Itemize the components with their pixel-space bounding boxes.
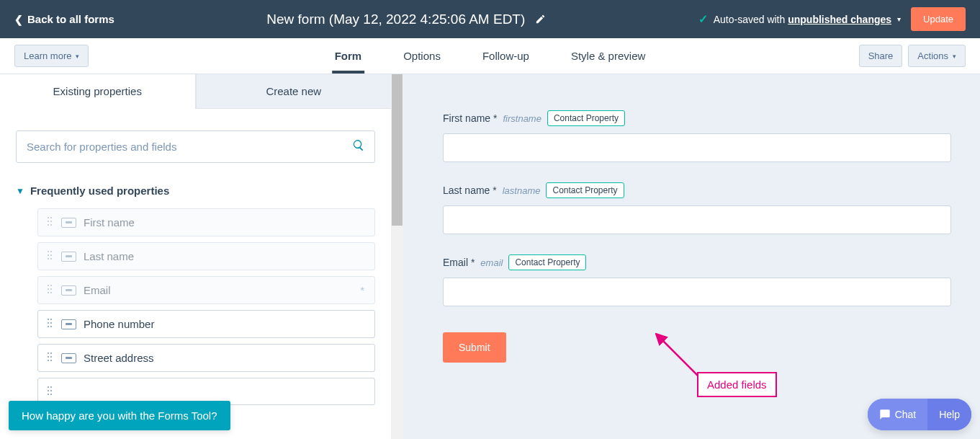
actions-label: Actions xyxy=(917,50,948,61)
learn-more-label: Learn more xyxy=(24,50,71,61)
drag-handle-icon xyxy=(47,250,53,262)
property-email: Email * xyxy=(37,276,375,304)
svg-point-0 xyxy=(48,217,49,218)
autosave-status[interactable]: ✓ Auto-saved with unpublished changes ▾ xyxy=(698,12,901,26)
chevron-down-icon: ▼ xyxy=(16,186,24,196)
property-label: Phone number xyxy=(84,318,154,330)
chat-button[interactable]: Chat xyxy=(868,399,928,430)
svg-point-16 xyxy=(48,292,49,293)
field-label: Last name * xyxy=(443,185,497,196)
submit-button[interactable]: Submit xyxy=(443,332,506,363)
share-button[interactable]: Share xyxy=(859,45,903,67)
property-phone-number[interactable]: Phone number xyxy=(37,310,375,338)
search-input[interactable] xyxy=(16,130,375,163)
tab-options[interactable]: Options xyxy=(400,38,444,74)
autosave-prefix: Auto-saved with xyxy=(714,14,788,25)
chat-label: Chat xyxy=(895,409,917,420)
help-button[interactable]: Help xyxy=(927,399,971,430)
drag-handle-icon xyxy=(47,284,53,296)
svg-point-34 xyxy=(48,394,49,395)
property-label: Street address xyxy=(84,352,154,364)
scrollbar-thumb[interactable] xyxy=(392,74,403,226)
text-field-icon xyxy=(61,285,76,296)
form-title: New form (May 12, 2022 4:25:06 AM EDT) xyxy=(266,12,525,27)
svg-point-19 xyxy=(50,319,52,320)
drag-handle-icon xyxy=(47,318,53,330)
search-icon[interactable] xyxy=(352,138,365,155)
property-label: Last name xyxy=(84,250,134,262)
svg-point-29 xyxy=(50,360,52,361)
drag-handle-icon xyxy=(47,352,53,364)
autosave-link: unpublished changes xyxy=(788,14,891,25)
tab-create-new[interactable]: Create new xyxy=(196,74,392,109)
svg-point-4 xyxy=(48,224,49,226)
svg-point-15 xyxy=(50,288,52,290)
svg-point-32 xyxy=(48,390,49,391)
chevron-left-icon: ❮ xyxy=(14,14,23,25)
field-internal-name: email xyxy=(480,257,503,268)
field-header: Last name * lastname Contact Property xyxy=(443,182,951,198)
svg-point-20 xyxy=(48,322,49,324)
svg-point-6 xyxy=(48,251,49,252)
svg-point-35 xyxy=(50,394,52,395)
required-asterisk: * xyxy=(360,284,366,296)
field-block-lastname[interactable]: Last name * lastname Contact Property xyxy=(443,182,951,234)
caret-down-icon: ▾ xyxy=(953,53,956,60)
property-label: Email xyxy=(84,284,111,296)
svg-point-25 xyxy=(50,352,52,354)
left-panel: Existing properties Create new ▼ Frequen… xyxy=(0,74,391,439)
property-label: First name xyxy=(84,216,135,229)
tab-form[interactable]: Form xyxy=(332,38,365,74)
svg-point-11 xyxy=(50,258,52,260)
help-label: Help xyxy=(939,409,960,420)
field-internal-name: firstname xyxy=(503,113,541,124)
svg-point-33 xyxy=(50,390,52,391)
text-field-icon xyxy=(61,252,76,262)
search-wrap xyxy=(16,130,375,163)
tab-existing-properties[interactable]: Existing properties xyxy=(0,74,196,109)
field-input-lastname[interactable] xyxy=(443,205,951,234)
field-header: First name * firstname Contact Property xyxy=(443,110,951,126)
svg-point-28 xyxy=(48,360,49,361)
actions-button[interactable]: Actions ▾ xyxy=(908,45,966,67)
section-frequently-used[interactable]: ▼ Frequently used properties xyxy=(16,185,375,197)
left-panel-tabs: Existing properties Create new xyxy=(0,74,391,109)
property-street-address[interactable]: Street address xyxy=(37,344,375,372)
svg-point-8 xyxy=(48,254,49,256)
learn-more-button[interactable]: Learn more ▾ xyxy=(14,45,89,67)
survey-bubble[interactable]: How happy are you with the Forms Tool? xyxy=(9,401,230,430)
svg-point-31 xyxy=(50,386,52,388)
svg-point-1 xyxy=(50,217,52,218)
tab-style-preview[interactable]: Style & preview xyxy=(568,38,648,74)
pencil-icon[interactable] xyxy=(535,14,546,25)
svg-point-23 xyxy=(50,326,52,327)
field-internal-name: lastname xyxy=(503,185,541,196)
property-list: First name Last name Email * Phone numbe xyxy=(16,208,375,405)
chat-icon xyxy=(879,409,891,420)
field-label: First name * xyxy=(443,112,497,124)
back-label: Back to all forms xyxy=(27,13,114,25)
svg-point-17 xyxy=(50,292,52,293)
left-panel-content: ▼ Frequently used properties First name … xyxy=(0,109,391,439)
field-block-email[interactable]: Email * email Contact Property xyxy=(443,254,951,306)
svg-point-2 xyxy=(48,221,49,222)
contact-property-badge: Contact Property xyxy=(546,182,624,198)
update-button[interactable]: Update xyxy=(911,7,966,31)
field-input-firstname[interactable] xyxy=(443,133,951,162)
back-to-forms-link[interactable]: ❮ Back to all forms xyxy=(14,13,114,25)
contact-property-badge: Contact Property xyxy=(508,254,586,270)
field-label: Email * xyxy=(443,257,475,268)
field-block-firstname[interactable]: First name * firstname Contact Property xyxy=(443,110,951,162)
drag-handle-icon xyxy=(47,386,53,398)
svg-point-26 xyxy=(48,356,49,358)
main-area: Existing properties Create new ▼ Frequen… xyxy=(0,74,980,439)
scrollbar[interactable] xyxy=(391,74,403,439)
field-input-email[interactable] xyxy=(443,278,951,306)
svg-point-21 xyxy=(50,322,52,324)
caret-down-icon: ▾ xyxy=(897,15,901,23)
svg-point-10 xyxy=(48,258,49,260)
second-bar: Learn more ▾ Form Options Follow-up Styl… xyxy=(0,38,980,74)
tab-follow-up[interactable]: Follow-up xyxy=(480,38,532,74)
property-last-name: Last name xyxy=(37,242,375,270)
annotation-label: Added fields xyxy=(697,372,777,397)
